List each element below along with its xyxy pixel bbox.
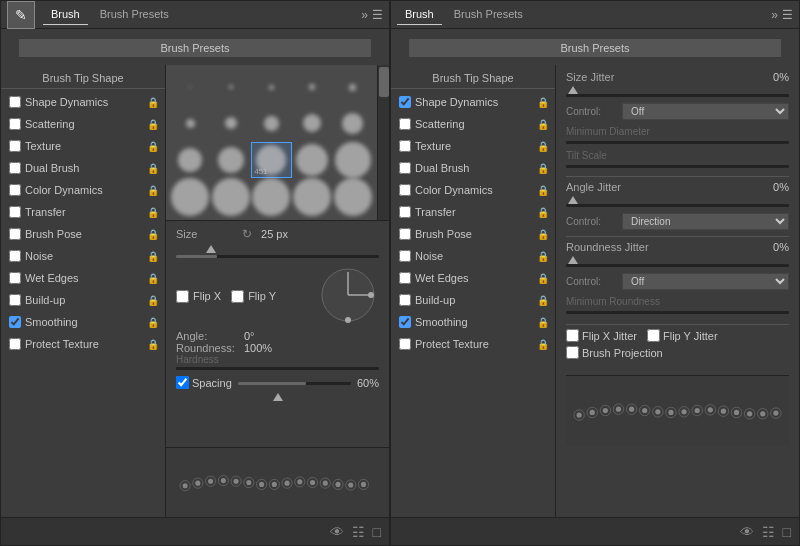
left-sidebar-item-11[interactable]: Protect Texture🔒: [1, 333, 165, 355]
left-checkbox-8[interactable]: [9, 272, 21, 284]
angle-jitter-slider[interactable]: [566, 204, 789, 207]
right-tab-brush-presets[interactable]: Brush Presets: [446, 4, 531, 25]
left-sidebar-item-4[interactable]: Color Dynamics🔒: [1, 179, 165, 201]
right-sidebar-item-9[interactable]: Build-up🔒: [391, 289, 555, 311]
brush-cell[interactable]: 451: [251, 142, 292, 178]
control-select-2[interactable]: Direction: [622, 213, 789, 230]
left-checkbox-11[interactable]: [9, 338, 21, 350]
left-checkbox-6[interactable]: [9, 228, 21, 240]
right-checkbox-4[interactable]: [399, 184, 411, 196]
brush-cell[interactable]: [332, 178, 373, 216]
left-checkbox-2[interactable]: [9, 140, 21, 152]
right-checkbox-11[interactable]: [399, 338, 411, 350]
brush-cell[interactable]: [292, 142, 333, 178]
min-roundness-slider[interactable]: [566, 311, 789, 314]
left-sidebar-item-5[interactable]: Transfer🔒: [1, 201, 165, 223]
right-checkbox-8[interactable]: [399, 272, 411, 284]
right-menu-icon[interactable]: ☰: [782, 8, 793, 22]
hardness-slider[interactable]: [176, 367, 379, 370]
right-checkbox-1[interactable]: [399, 118, 411, 130]
left-sidebar-item-6[interactable]: Brush Pose🔒: [1, 223, 165, 245]
brush-cell[interactable]: [211, 142, 252, 178]
brush-cell[interactable]: [211, 69, 252, 105]
left-checkbox-10[interactable]: [9, 316, 21, 328]
right-box-icon[interactable]: □: [783, 524, 791, 540]
grid-icon[interactable]: ☷: [352, 524, 365, 540]
left-checkbox-9[interactable]: [9, 294, 21, 306]
left-sidebar-item-7[interactable]: Noise🔒: [1, 245, 165, 267]
left-checkbox-4[interactable]: [9, 184, 21, 196]
right-checkbox-6[interactable]: [399, 228, 411, 240]
left-sidebar-item-8[interactable]: Wet Edges🔒: [1, 267, 165, 289]
left-sidebar-item-9[interactable]: Build-up🔒: [1, 289, 165, 311]
left-sidebar-item-10[interactable]: Smoothing🔒: [1, 311, 165, 333]
right-sidebar-item-5[interactable]: Transfer🔒: [391, 201, 555, 223]
left-checkbox-0[interactable]: [9, 96, 21, 108]
roundness-jitter-slider[interactable]: [566, 264, 789, 267]
size-jitter-slider[interactable]: [566, 94, 789, 97]
right-brush-presets-button[interactable]: Brush Presets: [409, 39, 781, 57]
right-eye-icon[interactable]: 👁: [740, 524, 754, 540]
right-expand-icon[interactable]: »: [771, 8, 778, 22]
right-checkbox-10[interactable]: [399, 316, 411, 328]
right-sidebar-item-3[interactable]: Dual Brush🔒: [391, 157, 555, 179]
menu-icon[interactable]: ☰: [372, 8, 383, 22]
brush-cell[interactable]: [332, 142, 373, 178]
right-checkbox-5[interactable]: [399, 206, 411, 218]
left-checkbox-5[interactable]: [9, 206, 21, 218]
right-tab-brush[interactable]: Brush: [397, 4, 442, 25]
left-checkbox-1[interactable]: [9, 118, 21, 130]
right-checkbox-3[interactable]: [399, 162, 411, 174]
right-sidebar-item-2[interactable]: Texture🔒: [391, 135, 555, 157]
brush-cell[interactable]: [170, 105, 211, 141]
right-sidebar-item-8[interactable]: Wet Edges🔒: [391, 267, 555, 289]
flip-y-checkbox[interactable]: [231, 290, 244, 303]
right-checkbox-7[interactable]: [399, 250, 411, 262]
brush-cell[interactable]: [251, 105, 292, 141]
flip-y-jitter-checkbox[interactable]: [647, 329, 660, 342]
left-sidebar-item-2[interactable]: Texture🔒: [1, 135, 165, 157]
left-sidebar-item-1[interactable]: Scattering🔒: [1, 113, 165, 135]
left-tab-brush-presets[interactable]: Brush Presets: [92, 4, 177, 25]
eye-icon[interactable]: 👁: [330, 524, 344, 540]
right-checkbox-0[interactable]: [399, 96, 411, 108]
brush-cell[interactable]: [251, 69, 292, 105]
right-sidebar-item-1[interactable]: Scattering🔒: [391, 113, 555, 135]
flip-x-jitter-checkbox[interactable]: [566, 329, 579, 342]
left-scrollbar[interactable]: [377, 65, 389, 220]
flip-x-checkbox[interactable]: [176, 290, 189, 303]
spacing-slider[interactable]: [238, 382, 351, 385]
size-slider[interactable]: [176, 255, 379, 258]
left-checkbox-3[interactable]: [9, 162, 21, 174]
right-sidebar-item-10[interactable]: Smoothing🔒: [391, 311, 555, 333]
tilt-scale-slider[interactable]: [566, 165, 789, 168]
brush-cell[interactable]: [211, 105, 252, 141]
brush-cell[interactable]: [292, 69, 333, 105]
brush-tool-icon[interactable]: ✎: [7, 1, 35, 29]
right-sidebar-item-0[interactable]: Shape Dynamics🔒: [391, 91, 555, 113]
brush-presets-button[interactable]: Brush Presets: [19, 39, 371, 57]
left-checkbox-7[interactable]: [9, 250, 21, 262]
box-icon[interactable]: □: [373, 524, 381, 540]
spacing-checkbox[interactable]: [176, 376, 189, 389]
reset-icon[interactable]: ↻: [242, 227, 252, 241]
right-checkbox-2[interactable]: [399, 140, 411, 152]
brush-cell[interactable]: [211, 178, 252, 216]
control-select-3[interactable]: Off: [622, 273, 789, 290]
expand-icon[interactable]: »: [361, 8, 368, 22]
control-select-1[interactable]: Off: [622, 103, 789, 120]
right-grid-icon[interactable]: ☷: [762, 524, 775, 540]
right-sidebar-item-11[interactable]: Protect Texture🔒: [391, 333, 555, 355]
angle-dial[interactable]: [319, 266, 379, 326]
brush-cell[interactable]: [170, 178, 211, 216]
brush-cell[interactable]: [332, 105, 373, 141]
right-sidebar-item-7[interactable]: Noise🔒: [391, 245, 555, 267]
right-checkbox-9[interactable]: [399, 294, 411, 306]
min-diameter-slider[interactable]: [566, 141, 789, 144]
brush-cell[interactable]: [292, 178, 333, 216]
brush-cell[interactable]: [170, 142, 211, 178]
brush-cell[interactable]: [170, 69, 211, 105]
left-sidebar-item-0[interactable]: Shape Dynamics🔒: [1, 91, 165, 113]
right-sidebar-item-4[interactable]: Color Dynamics🔒: [391, 179, 555, 201]
right-sidebar-item-6[interactable]: Brush Pose🔒: [391, 223, 555, 245]
